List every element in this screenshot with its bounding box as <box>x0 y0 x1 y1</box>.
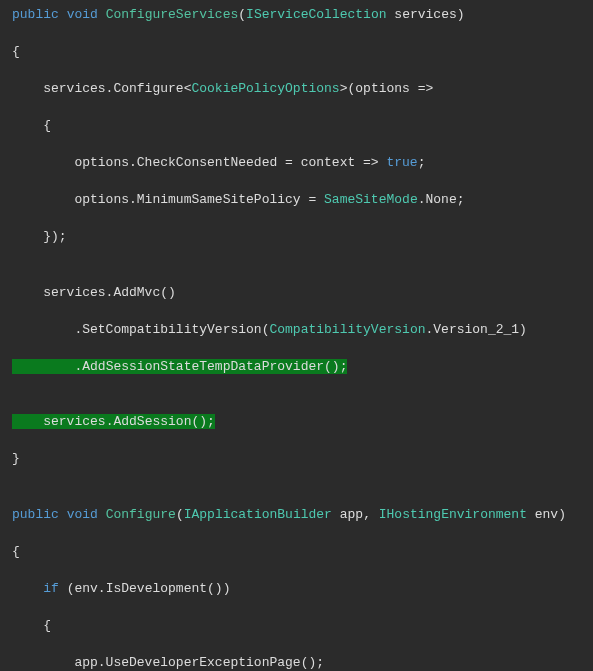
code-token: if <box>43 581 59 596</box>
code-token <box>98 507 106 522</box>
code-line: public void Configure(IApplicationBuilde… <box>0 506 593 525</box>
code-token <box>98 7 106 22</box>
code-token: ConfigureServices <box>106 7 239 22</box>
code-token: }); <box>12 229 67 244</box>
code-line: .AddSessionStateTempDataProvider(); <box>0 358 593 377</box>
highlight-lead <box>12 414 43 429</box>
code-line: }); <box>0 228 593 247</box>
code-token: { <box>12 44 20 59</box>
code-token: void <box>67 507 98 522</box>
code-line: if (env.IsDevelopment()) <box>0 580 593 599</box>
code-token: options.MinimumSameSitePolicy = <box>12 192 324 207</box>
code-token: .None; <box>418 192 465 207</box>
code-token: CompatibilityVersion <box>269 322 425 337</box>
code-token: .Version_2_1) <box>425 322 526 337</box>
code-token <box>12 581 43 596</box>
code-line: public void ConfigureServices(IServiceCo… <box>0 6 593 25</box>
code-token: public <box>12 507 59 522</box>
code-token: (env.IsDevelopment()) <box>59 581 231 596</box>
highlight-lead <box>12 359 74 374</box>
code-token: Configure <box>106 507 176 522</box>
code-line: app.UseDeveloperExceptionPage(); <box>0 654 593 672</box>
code-token: env) <box>527 507 566 522</box>
code-line: options.CheckConsentNeeded = context => … <box>0 154 593 173</box>
code-line: { <box>0 43 593 62</box>
code-token: options.CheckConsentNeeded = context => <box>12 155 386 170</box>
code-token: services.AddSession(); <box>43 414 215 429</box>
code-token: IServiceCollection <box>246 7 386 22</box>
code-line: { <box>0 617 593 636</box>
code-token: app, <box>332 507 379 522</box>
code-token <box>59 7 67 22</box>
code-line: { <box>0 543 593 562</box>
code-token: true <box>386 155 417 170</box>
code-token: >(options => <box>340 81 434 96</box>
code-line: services.Configure<CookiePolicyOptions>(… <box>0 80 593 99</box>
code-token: .AddSessionStateTempDataProvider(); <box>74 359 347 374</box>
code-block: public void ConfigureServices(IServiceCo… <box>0 0 593 671</box>
code-token: void <box>67 7 98 22</box>
code-token: } <box>12 451 20 466</box>
code-token: services) <box>387 7 465 22</box>
code-token: .SetCompatibilityVersion( <box>12 322 269 337</box>
highlight-bar: .AddSessionStateTempDataProvider(); <box>74 359 347 374</box>
code-token: ; <box>418 155 426 170</box>
code-token: services.Configure< <box>12 81 191 96</box>
code-token: { <box>12 118 51 133</box>
code-line: services.AddMvc() <box>0 284 593 303</box>
code-token: CookiePolicyOptions <box>191 81 339 96</box>
code-line: } <box>0 450 593 469</box>
code-token: { <box>12 544 20 559</box>
code-token: { <box>12 618 51 633</box>
code-token: public <box>12 7 59 22</box>
code-token: IHostingEnvironment <box>379 507 527 522</box>
code-line: { <box>0 117 593 136</box>
code-token: IApplicationBuilder <box>184 507 332 522</box>
code-token: ( <box>176 507 184 522</box>
highlight-bar: services.AddSession(); <box>43 414 215 429</box>
code-line: services.AddSession(); <box>0 413 593 432</box>
code-line: .SetCompatibilityVersion(CompatibilityVe… <box>0 321 593 340</box>
code-token: ( <box>238 7 246 22</box>
code-token: SameSiteMode <box>324 192 418 207</box>
code-token <box>59 507 67 522</box>
code-token: app.UseDeveloperExceptionPage(); <box>12 655 324 670</box>
code-line: options.MinimumSameSitePolicy = SameSite… <box>0 191 593 210</box>
code-token: services.AddMvc() <box>12 285 176 300</box>
